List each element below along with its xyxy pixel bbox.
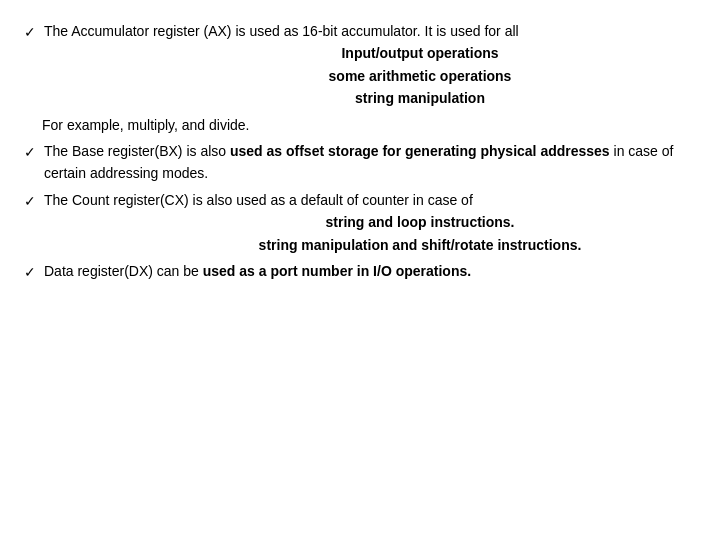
bullet-ax-text: The Accumulator register (AX) is used as… (44, 20, 696, 110)
cx-line3: string manipulation and shift/rotate ins… (259, 237, 582, 253)
bullet-cx: ✓ The Count register(CX) is also used as… (24, 189, 696, 256)
bullet-dx-text: Data register(DX) can be used as a port … (44, 260, 696, 282)
for-example-text: For example, multiply, and divide. (42, 117, 250, 133)
bx-line1-bold: used as offset storage for generating ph… (230, 143, 610, 159)
cx-indent-block: string and loop instructions. string man… (144, 211, 696, 256)
main-content: ✓ The Accumulator register (AX) is used … (0, 0, 720, 307)
ax-line2: Input/output operations (341, 45, 498, 61)
bullet-bx: ✓ The Base register(BX) is also used as … (24, 140, 696, 185)
ax-line4: string manipulation (355, 90, 485, 106)
ax-line3: some arithmetic operations (329, 68, 512, 84)
checkmark-ax: ✓ (24, 21, 36, 43)
for-example-line: For example, multiply, and divide. (42, 114, 696, 136)
ax-line1: The Accumulator register (AX) is used as… (44, 23, 519, 39)
dx-line1-bold: used as a port number in I/O operations. (203, 263, 471, 279)
bullet-ax: ✓ The Accumulator register (AX) is used … (24, 20, 696, 110)
checkmark-dx: ✓ (24, 261, 36, 283)
ax-indent-block: Input/output operations some arithmetic … (144, 42, 696, 109)
bullet-cx-text: The Count register(CX) is also used as a… (44, 189, 696, 256)
checkmark-bx: ✓ (24, 141, 36, 163)
cx-line1: The Count register(CX) is also used as a… (44, 192, 473, 208)
bullet-dx: ✓ Data register(DX) can be used as a por… (24, 260, 696, 283)
cx-line2: string and loop instructions. (326, 214, 515, 230)
bx-line1-normal: The Base register(BX) is also (44, 143, 230, 159)
dx-line1-normal: Data register(DX) can be (44, 263, 203, 279)
checkmark-cx: ✓ (24, 190, 36, 212)
bullet-bx-text: The Base register(BX) is also used as of… (44, 140, 696, 185)
